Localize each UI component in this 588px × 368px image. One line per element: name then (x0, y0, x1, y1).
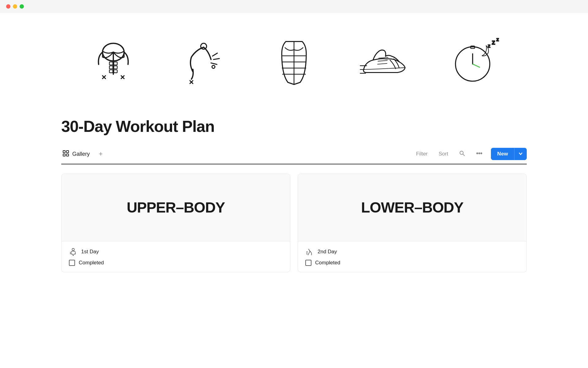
gallery-icon (62, 150, 69, 158)
card-2-completed-row: Completed (305, 260, 519, 266)
svg-point-46 (72, 248, 74, 251)
titlebar (0, 0, 588, 13)
page-title: 30-Day Workout Plan (61, 117, 527, 136)
toolbar-right: Filter Sort (413, 148, 527, 160)
svg-line-13 (213, 53, 217, 56)
sleep-clock-icon: Z Z Z (447, 34, 502, 90)
chevron-down-icon (518, 151, 523, 157)
card-2-day-row: 2nd Day (305, 247, 519, 256)
abs-icon (266, 34, 322, 90)
card-2-body: 2nd Day Completed (298, 241, 526, 272)
gallery-tab[interactable]: Gallery (61, 148, 91, 160)
svg-point-16 (212, 65, 215, 68)
svg-rect-2 (109, 62, 113, 65)
svg-rect-40 (66, 154, 69, 156)
more-options-button[interactable] (474, 149, 485, 159)
minimize-dot[interactable] (13, 4, 17, 9)
svg-point-43 (477, 152, 478, 154)
svg-rect-3 (114, 62, 117, 65)
svg-rect-38 (66, 151, 69, 153)
svg-rect-6 (109, 70, 113, 73)
svg-line-42 (463, 154, 465, 156)
svg-rect-5 (114, 66, 117, 69)
new-button[interactable]: New (491, 148, 514, 160)
svg-point-45 (481, 152, 482, 154)
svg-rect-4 (109, 66, 113, 69)
chest-icon (86, 34, 141, 90)
maximize-dot[interactable] (20, 4, 24, 9)
filter-label: Filter (416, 151, 428, 157)
lower-body-day-icon (305, 247, 314, 256)
new-button-arrow[interactable] (514, 148, 527, 160)
card-1-image: UPPER–BODY (62, 174, 290, 241)
card-1-completed-row: Completed (69, 260, 283, 266)
card-1-body: 1st Day Completed (62, 241, 290, 272)
svg-point-41 (460, 151, 463, 154)
toolbar-left: Gallery + (61, 148, 106, 160)
card-1-day-label: 1st Day (81, 249, 99, 255)
gallery-tab-label: Gallery (72, 151, 90, 157)
close-dot[interactable] (6, 4, 10, 9)
svg-line-14 (213, 59, 219, 59)
icon-row: Z Z Z (61, 25, 527, 99)
plus-icon: + (99, 150, 103, 158)
card-2-day-label: 2nd Day (318, 249, 337, 255)
gallery-card-2[interactable]: LOWER–BODY 2nd (298, 174, 527, 272)
svg-point-44 (479, 152, 480, 154)
running-icon (357, 34, 412, 90)
gallery-grid: UPPER–BODY 1st Day (61, 174, 527, 272)
toolbar: Gallery + Filter Sort (61, 148, 527, 164)
gallery-card-1[interactable]: UPPER–BODY 1st Day (61, 174, 290, 272)
new-button-group[interactable]: New (491, 148, 527, 160)
search-icon (459, 150, 465, 158)
svg-point-12 (201, 43, 206, 49)
card-1-completed-label: Completed (79, 260, 104, 266)
svg-rect-7 (114, 70, 117, 73)
sort-button[interactable]: Sort (436, 150, 450, 158)
svg-rect-37 (63, 151, 65, 153)
svg-line-25 (378, 60, 387, 61)
card-2-completed-label: Completed (315, 260, 340, 266)
svg-text:Z: Z (496, 37, 499, 42)
svg-text:Z: Z (492, 40, 495, 46)
svg-text:Z: Z (488, 44, 490, 48)
svg-line-24 (379, 57, 388, 58)
svg-line-32 (473, 64, 480, 67)
svg-line-26 (378, 63, 387, 64)
svg-rect-39 (63, 154, 65, 156)
sort-label: Sort (439, 151, 448, 157)
search-button[interactable] (457, 149, 468, 159)
card-2-title: LOWER–BODY (361, 199, 463, 216)
add-view-button[interactable]: + (96, 149, 106, 159)
ellipsis-icon (476, 150, 482, 158)
card-1-checkbox[interactable] (69, 260, 75, 266)
shoulder-icon (176, 34, 231, 90)
content-area: Z Z Z 30-Day Workout Plan Gallery (0, 13, 588, 285)
svg-line-15 (211, 63, 217, 64)
card-1-title: UPPER–BODY (127, 199, 225, 216)
filter-button[interactable]: Filter (413, 150, 430, 158)
upper-body-day-icon (69, 247, 77, 256)
card-1-day-row: 1st Day (69, 247, 283, 256)
card-2-checkbox[interactable] (305, 260, 311, 266)
card-2-image: LOWER–BODY (298, 174, 526, 241)
